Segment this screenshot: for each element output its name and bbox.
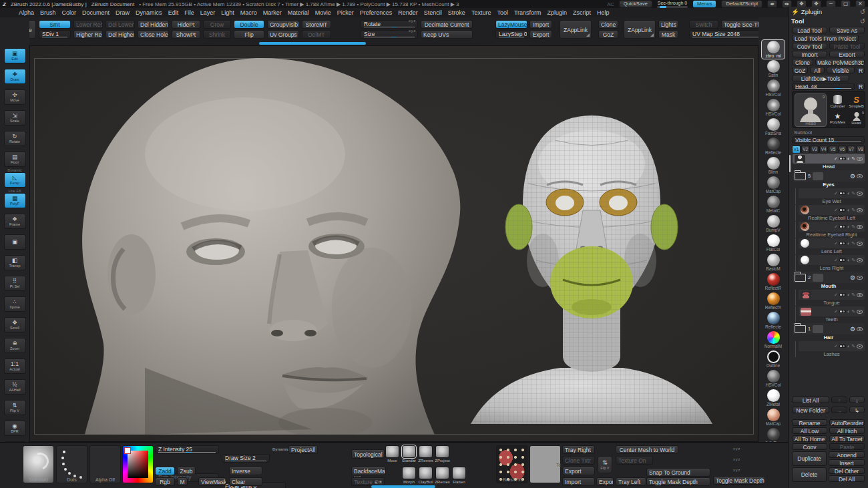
menu-item[interactable]: Dynamics: [136, 9, 162, 16]
lower-res-button[interactable]: Lower Res: [73, 20, 103, 29]
clone-txtr-button[interactable]: Clone Txtr: [562, 456, 595, 465]
toggle-mask-depth-button[interactable]: Toggle Mask Depth: [646, 477, 710, 486]
dock-tool-button[interactable]: ⊕ Zoom: [4, 338, 26, 353]
quick-brush[interactable]: Morph: [401, 467, 417, 487]
current-color-chip[interactable]: [124, 447, 131, 454]
material-item[interactable]: MetalC: [762, 195, 785, 214]
tool-export-button[interactable]: Export: [829, 51, 865, 57]
zapplink-button-2[interactable]: ZAppLink: [624, 20, 656, 39]
flip-export-button[interactable]: Export: [596, 477, 614, 486]
refresh-icon[interactable]: ↺: [860, 8, 865, 15]
dock-tool-button[interactable]: ▣: [4, 234, 26, 250]
menu-item[interactable]: Texture: [471, 9, 491, 16]
dock-tool-button[interactable]: ⠿ Pt Sel: [4, 276, 26, 291]
del-other-button[interactable]: Del Other: [829, 467, 865, 474]
subtool-row[interactable]: 2 ⚙ ✓ ◐ ✎: [793, 272, 865, 283]
viewmask-button[interactable]: ViewMask: [198, 477, 226, 486]
del-all-button[interactable]: Del All: [829, 475, 865, 482]
mask-button[interactable]: Mask: [658, 30, 678, 39]
uv-groups-button[interactable]: Uv Groups: [267, 30, 299, 39]
quick-brush[interactable]: ClayBuil: [418, 467, 433, 487]
material-item[interactable]: Satin: [762, 59, 785, 78]
rgb-toggle[interactable]: Rgb: [155, 477, 175, 486]
tool-simplebrush[interactable]: SSimpleB: [847, 93, 865, 109]
tool-head-small[interactable]: 9 Head: [847, 110, 865, 126]
subtool-row[interactable]: ⚙ ✓ ◐ ✎: [799, 290, 865, 300]
menu-item[interactable]: Brush: [40, 9, 56, 16]
subtool-row[interactable]: ⚙ ✓ ◐ ✎: [799, 205, 865, 215]
lights-button[interactable]: Lights: [658, 20, 678, 29]
tool-r-button[interactable]: R: [857, 83, 865, 89]
subtool-row[interactable]: 1 ⚙ ✓ ◐ ✎: [793, 323, 865, 334]
draw-size-slider[interactable]: Draw Size 2: [222, 454, 270, 463]
wireframe-head-right[interactable]: [461, 103, 722, 424]
del-hidden-button[interactable]: Del Hidden: [138, 20, 169, 29]
keep-uvs-button[interactable]: Keep UVs: [421, 30, 473, 39]
uv-map-size-slider[interactable]: UV Map Size 2048: [689, 30, 765, 39]
material-item[interactable]: HSVCol: [762, 369, 785, 388]
flip-button[interactable]: Flip: [234, 30, 264, 39]
material-item[interactable]: BumpV: [762, 214, 785, 233]
texture-on-button-2[interactable]: Texture On: [616, 456, 653, 465]
dock-tool-button[interactable]: ⇲ Scale: [4, 110, 26, 126]
zapplink-button[interactable]: ZAppLink: [560, 20, 592, 39]
m-toggle[interactable]: M: [177, 477, 188, 486]
subtool-view-tab[interactable]: V6: [838, 146, 847, 154]
material-item[interactable]: Reflecte: [762, 311, 785, 330]
see-through-track[interactable]: [657, 6, 688, 8]
material-item[interactable]: MatCap: [762, 408, 785, 427]
dock-tool-button[interactable]: ▦ PolyF: [4, 193, 26, 208]
clear-button[interactable]: Clear: [229, 477, 262, 486]
menu-item[interactable]: Preferences: [360, 9, 393, 16]
visible-count-slider[interactable]: Visible Count 15: [792, 136, 865, 144]
projectall-button[interactable]: ProjectAll: [288, 445, 318, 454]
material-item[interactable]: Outline: [762, 350, 785, 369]
dock-tool-button[interactable]: ↻ Rotate: [4, 131, 26, 146]
subtool-row-icons[interactable]: ⚙ ✓ ◐ ✎: [834, 309, 863, 314]
menu-item[interactable]: Document: [82, 9, 110, 16]
texture-import-button[interactable]: Import: [562, 477, 595, 486]
stroke-thumbnail[interactable]: Dots: [56, 445, 87, 483]
menu-item[interactable]: Marker: [263, 9, 282, 16]
material-item[interactable]: ZMetal: [762, 389, 785, 407]
lazymouse-toggle[interactable]: LazyMouse: [495, 20, 527, 29]
subtool-row-icons[interactable]: ⚙ ✓ ◐ ✎: [834, 241, 863, 246]
move-down-button[interactable]: ↓: [849, 397, 865, 403]
subtool-row[interactable]: ⚙ ✓ ◐ ✎: [799, 341, 865, 351]
dock-tool-button[interactable]: ✥ Scroll: [4, 317, 26, 332]
color-picker[interactable]: [122, 445, 154, 483]
subtool-view-tab[interactable]: V2: [801, 146, 810, 154]
menu-item[interactable]: Material: [288, 9, 309, 16]
default-zscript-button[interactable]: DefaultZScript: [721, 0, 763, 8]
lazystep-slider[interactable]: LazyStep 0.25: [495, 30, 527, 39]
menu-item[interactable]: Layer: [200, 9, 216, 16]
subtool-view-tab[interactable]: V1: [792, 146, 801, 154]
del-higher-button[interactable]: Del Higher: [105, 30, 135, 39]
subtool-row[interactable]: ⚙ ✓ ◐ ✎: [799, 306, 865, 316]
dock-tool-button[interactable]: ✣ Move: [4, 89, 26, 105]
subtool-row-icons[interactable]: ⚙ ✓ ◐ ✎: [834, 292, 863, 298]
goz-all-button[interactable]: All: [810, 67, 825, 73]
smt-toggle[interactable]: Smt: [39, 20, 71, 29]
current-tool-thumbnail[interactable]: 9 Head: [795, 93, 827, 127]
document-canvas[interactable]: [29, 45, 758, 442]
tool-header[interactable]: Tool ↺: [789, 17, 868, 25]
groupvisible-button[interactable]: GroupVisible: [267, 20, 299, 29]
dock-tool-button[interactable]: ▣ Edit: [4, 48, 26, 63]
subtool-row-icons[interactable]: ⚙ ✓ ◐ ✎: [834, 344, 863, 349]
menu-item[interactable]: Movie: [315, 9, 331, 16]
dock-tool-button[interactable]: ❖ Frame: [4, 214, 26, 229]
subtool-row-icons[interactable]: ⚙ ✓ ◐ ✎: [850, 326, 863, 332]
all-high-button[interactable]: All High: [829, 427, 865, 434]
delete-button[interactable]: Delete: [792, 467, 827, 482]
material-item[interactable]: ReflectY: [762, 292, 785, 310]
material-item[interactable]: NormalM: [762, 330, 785, 349]
subtool-row-icons[interactable]: ⚙ ✓ ◐ ✎: [834, 156, 863, 162]
texture-export-button[interactable]: Export: [562, 467, 595, 475]
see-through-slider[interactable]: See-through 0: [657, 1, 688, 7]
list-all-button[interactable]: List All: [792, 397, 829, 403]
zplugin-header[interactable]: ⚡ Zplugin ↺: [789, 8, 868, 15]
tool-clone-button[interactable]: Clone: [792, 59, 813, 65]
material-item[interactable]: Blinn: [762, 156, 785, 175]
menu-item[interactable]: Stroke: [448, 9, 465, 16]
